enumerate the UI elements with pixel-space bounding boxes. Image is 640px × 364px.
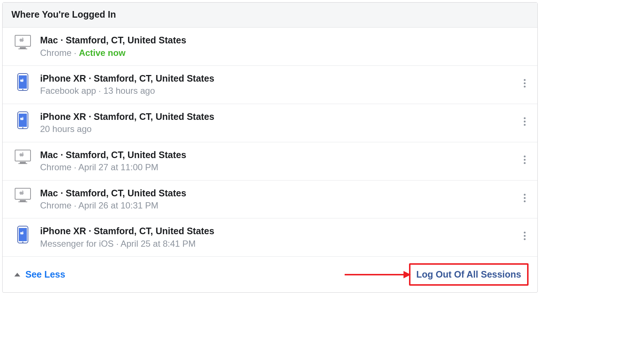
session-menu-button[interactable] — [519, 149, 530, 164]
session-row: Mac · Stamford, CT, United StatesChrome … — [3, 28, 537, 66]
session-app: Chrome — [40, 200, 71, 210]
dots-icon — [524, 232, 526, 233]
desktop-icon — [15, 150, 31, 164]
svg-point-17 — [22, 242, 23, 243]
session-title: Mac · Stamford, CT, United States — [40, 34, 530, 46]
svg-rect-11 — [18, 163, 27, 164]
logout-wrap: Log Out Of All Sessions — [409, 263, 529, 286]
session-device: Mac — [40, 150, 58, 160]
svg-rect-16 — [19, 228, 27, 241]
session-device: iPhone XR — [40, 73, 86, 83]
svg-rect-14 — [18, 201, 27, 202]
svg-rect-1 — [20, 47, 26, 49]
session-device: Mac — [40, 35, 58, 45]
svg-point-8 — [22, 127, 23, 128]
session-device: iPhone XR — [40, 226, 86, 236]
session-location: Stamford, CT, United States — [94, 226, 214, 236]
logout-all-sessions-button[interactable]: Log Out Of All Sessions — [409, 263, 529, 286]
phone-icon — [17, 226, 28, 243]
mobile-device-icon — [14, 111, 31, 129]
session-app: Messenger for iOS — [40, 239, 114, 249]
session-location: Stamford, CT, United States — [65, 150, 186, 160]
session-title: iPhone XR · Stamford, CT, United States — [40, 225, 519, 237]
svg-rect-7 — [19, 114, 27, 127]
session-subtitle: Chrome · Active now — [40, 46, 530, 59]
svg-rect-10 — [20, 162, 26, 163]
sessions-list: Mac · Stamford, CT, United StatesChrome … — [3, 28, 537, 257]
session-body: Mac · Stamford, CT, United StatesChrome … — [31, 149, 519, 174]
svg-rect-2 — [18, 49, 27, 49]
session-subtitle: 20 hours ago — [40, 122, 519, 135]
session-body: iPhone XR · Stamford, CT, United StatesM… — [31, 225, 519, 250]
session-subtitle: Facebook app · 13 hours ago — [40, 84, 519, 97]
phone-icon — [17, 111, 28, 129]
dots-icon — [524, 194, 526, 196]
caret-up-icon — [14, 273, 20, 276]
svg-point-5 — [22, 89, 23, 90]
desktop-device-icon — [14, 149, 31, 164]
dots-icon — [524, 79, 526, 81]
see-less-toggle[interactable]: See Less — [14, 269, 65, 280]
session-body: Mac · Stamford, CT, United StatesChrome … — [31, 187, 519, 212]
session-row: iPhone XR · Stamford, CT, United States2… — [3, 104, 537, 142]
session-device: iPhone XR — [40, 111, 86, 122]
session-location: Stamford, CT, United States — [94, 73, 214, 83]
desktop-icon — [15, 35, 31, 50]
session-body: iPhone XR · Stamford, CT, United StatesF… — [31, 72, 519, 97]
session-time: April 26 at 10:31 PM — [78, 200, 158, 210]
session-time: 20 hours ago — [40, 124, 92, 134]
dots-icon — [524, 117, 526, 119]
desktop-icon — [15, 188, 31, 203]
session-body: Mac · Stamford, CT, United StatesChrome … — [31, 34, 530, 59]
svg-marker-19 — [403, 271, 411, 278]
session-body: iPhone XR · Stamford, CT, United States2… — [31, 111, 519, 135]
session-app: Chrome — [40, 48, 71, 58]
panel-footer: See Less Log Out Of All Sessions — [3, 257, 537, 292]
session-time: 13 hours ago — [103, 86, 155, 96]
session-row: iPhone XR · Stamford, CT, United StatesM… — [3, 218, 537, 257]
see-less-label: See Less — [25, 269, 65, 280]
session-row: Mac · Stamford, CT, United StatesChrome … — [3, 181, 537, 219]
session-status-active: Active now — [79, 48, 125, 58]
session-row: iPhone XR · Stamford, CT, United StatesF… — [3, 66, 537, 104]
session-device: Mac — [40, 188, 58, 198]
session-title: Mac · Stamford, CT, United States — [40, 187, 519, 199]
session-menu-button[interactable] — [519, 72, 530, 88]
desktop-device-icon — [14, 34, 31, 50]
svg-rect-13 — [20, 200, 26, 201]
session-time: April 25 at 8:41 PM — [121, 239, 196, 249]
session-location: Stamford, CT, United States — [94, 111, 214, 122]
mobile-device-icon — [14, 225, 31, 243]
session-app: Chrome — [40, 162, 71, 172]
session-menu-button[interactable] — [519, 225, 530, 240]
session-menu-button[interactable] — [519, 187, 530, 202]
session-app: Facebook app — [40, 86, 96, 96]
dots-icon — [524, 156, 526, 157]
session-time: April 27 at 11:00 PM — [78, 162, 158, 172]
session-location: Stamford, CT, United States — [65, 35, 186, 45]
session-row: Mac · Stamford, CT, United StatesChrome … — [3, 142, 537, 181]
panel-title: Where You're Logged In — [11, 9, 529, 20]
annotation-arrow-icon — [345, 270, 411, 279]
mobile-device-icon — [14, 72, 31, 91]
session-title: iPhone XR · Stamford, CT, United States — [40, 72, 519, 85]
panel-header: Where You're Logged In — [3, 3, 537, 28]
session-location: Stamford, CT, United States — [65, 188, 186, 198]
session-menu-button[interactable] — [519, 111, 530, 126]
session-subtitle: Chrome · April 27 at 11:00 PM — [40, 161, 519, 173]
svg-rect-4 — [19, 75, 27, 89]
session-subtitle: Messenger for iOS · April 25 at 8:41 PM — [40, 237, 519, 250]
session-subtitle: Chrome · April 26 at 10:31 PM — [40, 199, 519, 211]
session-title: Mac · Stamford, CT, United States — [40, 149, 519, 161]
phone-icon — [17, 73, 28, 91]
logged-in-panel: Where You're Logged In Mac · Stamford, C… — [2, 2, 538, 293]
session-title: iPhone XR · Stamford, CT, United States — [40, 111, 519, 123]
desktop-device-icon — [14, 187, 31, 203]
